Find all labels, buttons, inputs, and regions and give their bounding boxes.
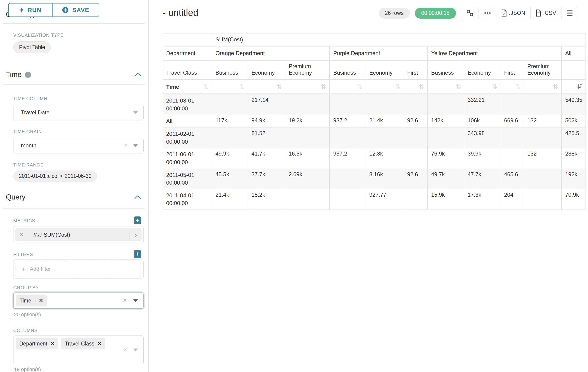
sort-header[interactable]: ⇅ [212,80,248,94]
caret-down-icon[interactable] [133,349,138,351]
export-csv-button[interactable]: .CSV [531,7,561,19]
row-axis-header[interactable]: Time⇅ [163,80,212,94]
section-divider [3,85,145,85]
sort-icon[interactable]: ⇅ [357,84,363,90]
value-cell: 45.5k [212,169,248,189]
time-column-label: TIME COLUMN [13,96,47,101]
value-cell [404,148,428,169]
sort-icon[interactable]: ⇅ [321,84,326,90]
value-cell: 8.16k [366,169,404,189]
time-range-value[interactable]: 2011-01-01 ≤ col < 2011-06-30 [13,170,97,182]
clear-icon[interactable]: ✕ [123,347,127,353]
remove-chip-icon[interactable]: ✕ [98,341,102,346]
value-cell: 37.7k [248,169,285,189]
sort-header[interactable] [562,80,586,94]
value-cell [501,128,524,148]
sort-header[interactable]: ⇅ [524,80,562,94]
value-cell [285,189,330,210]
copy-link-button[interactable] [461,7,479,19]
run-button[interactable]: RUN [9,3,52,17]
visualization-type-value[interactable]: Pivot Table [13,41,51,53]
value-cell: 502k [562,115,586,128]
query-section-title: Query [6,193,25,201]
sort-header[interactable]: ⇅ [285,80,330,94]
value-cell: 927.77 [366,189,404,210]
export-json-button[interactable]: </> .JSON [496,7,531,19]
collapse-chevron-up-icon[interactable] [134,72,142,77]
sort-icon[interactable]: ⇅ [492,84,497,90]
value-cell: 41.7k [248,148,285,169]
time-grain-select[interactable]: month ✕ [13,138,144,153]
sort-icon[interactable]: ⇅ [395,84,400,90]
remove-metric-icon[interactable]: ✕ [15,232,28,238]
col-class-header [562,61,586,80]
caret-down-icon[interactable] [133,299,138,302]
panel-resizer[interactable] [148,0,149,372]
group-by-select[interactable]: Time i ✕ ✕ [13,292,144,309]
add-filter-placeholder: Add filter [30,266,51,272]
menu-button[interactable] [561,7,578,19]
clear-icon[interactable]: ✕ [124,142,128,149]
value-cell [212,128,248,148]
sort-header[interactable]: ⇅ [501,80,524,94]
add-metric-button[interactable]: + [134,216,141,224]
collapse-chevron-up-icon[interactable] [134,195,142,200]
col-class-header: First [501,61,524,80]
sort-desc-active-icon[interactable] [577,84,582,90]
sort-icon[interactable]: ⇅ [515,84,521,90]
value-cell: 76.9k [428,148,464,169]
value-cell: 92.6 [404,169,428,189]
sort-icon[interactable]: ⇅ [277,84,282,90]
col-class-header: Economy [366,61,404,80]
caret-down-icon[interactable] [133,144,138,147]
sort-header[interactable]: ⇅ [428,80,464,94]
sort-icon[interactable]: ⇅ [553,84,558,90]
remove-chip-icon[interactable]: ✕ [51,341,55,346]
pivot-metric-row: SUM(Cost) [163,33,586,46]
columns-select[interactable]: Department ✕ Travel Class ✕ ✕ [13,336,144,364]
clear-icon[interactable]: ✕ [123,298,127,304]
time-grain-label: TIME GRAIN [13,129,42,134]
group-by-chip-time[interactable]: Time i ✕ [16,295,47,307]
value-cell: 132 [524,115,562,128]
chevron-right-icon[interactable]: › [129,231,142,239]
value-cell: 937.2 [330,115,366,128]
metric-name: SUM(Cost) [44,232,129,238]
time-column-value: Travel Date [21,109,133,116]
columns-chip-department[interactable]: Department ✕ [16,338,58,350]
metric-header: SUM(Cost) [212,33,586,46]
sort-header[interactable]: ⇅ [404,80,428,94]
value-cell: 81.52 [248,128,285,148]
control-panel: Chart Type RUN SAVE VISUALIZATION TYPE P… [0,0,148,372]
sort-header[interactable]: ⇅ [464,80,501,94]
metrics-label: METRICS [13,218,35,223]
chart-title[interactable]: - untitled [163,7,198,18]
caret-down-icon[interactable] [133,111,138,114]
sort-icon[interactable]: ⇅ [239,84,245,90]
value-cell: 549.35 [562,94,586,115]
time-column-select[interactable]: Travel Date [13,105,144,120]
embed-code-button[interactable]: </> [479,7,496,19]
sort-header[interactable]: ⇅ [248,80,285,94]
time-section-title: Time [6,70,22,79]
sort-icon[interactable]: ⇅ [419,84,424,90]
value-cell: 669.6 [501,115,524,128]
pivot-department-row: DepartmentOrange DepartmentPurple Depart… [163,46,586,61]
sort-header[interactable]: ⇅ [366,80,404,94]
col-group-header: Purple Department [330,46,428,61]
save-button[interactable]: SAVE [52,3,99,17]
add-filter-button[interactable]: + Add filter [16,262,141,276]
sort-icon[interactable]: ⇅ [455,84,461,90]
row-label-cell: 2011-05-01 00:00:00 [163,169,212,189]
sort-header[interactable]: ⇅ [330,80,366,94]
columns-chip-travel-class[interactable]: Travel Class ✕ [61,338,105,350]
metric-chip[interactable]: ✕ ƒ(x) SUM(Cost) › [15,228,142,241]
remove-chip-icon[interactable]: ✕ [39,298,43,303]
value-cell: 132 [524,148,562,169]
value-cell: 21.4k [212,189,248,210]
value-cell: 142k [428,115,464,128]
sort-icon[interactable]: ⇅ [203,84,209,90]
add-filter-plus-button[interactable]: + [134,250,141,258]
value-cell: 92.6 [404,115,428,128]
svg-text:</>: </> [503,13,506,15]
